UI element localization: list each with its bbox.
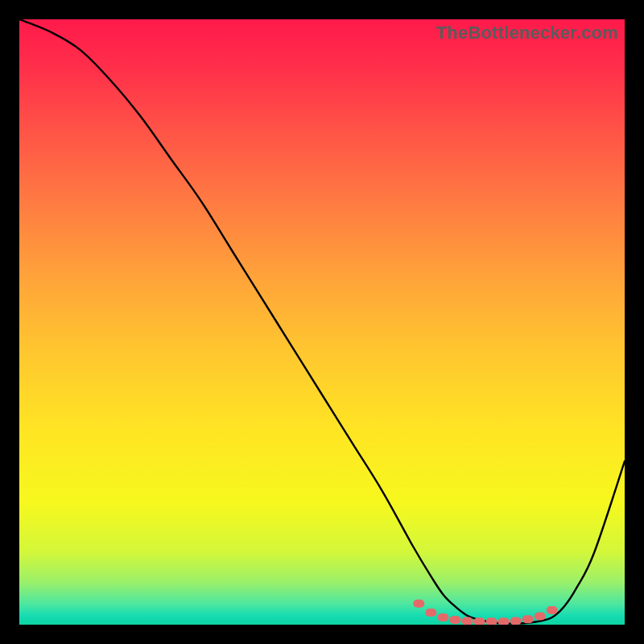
- chart-marker: [486, 617, 497, 625]
- chart-svg: [19, 19, 625, 625]
- chart-marker: [425, 609, 436, 617]
- chart-marker: [498, 617, 510, 625]
- chart-marker: [522, 615, 534, 623]
- chart-marker: [547, 606, 558, 614]
- chart-marker: [535, 612, 546, 620]
- chart-background: [19, 19, 625, 625]
- chart-marker: [474, 617, 485, 625]
- chart-marker: [449, 616, 460, 624]
- chart-plot: [19, 19, 625, 625]
- chart-frame: TheBottlenecker.com: [19, 19, 625, 625]
- chart-marker: [437, 613, 448, 621]
- chart-marker: [510, 617, 522, 625]
- chart-marker: [461, 617, 473, 625]
- chart-marker: [413, 600, 424, 608]
